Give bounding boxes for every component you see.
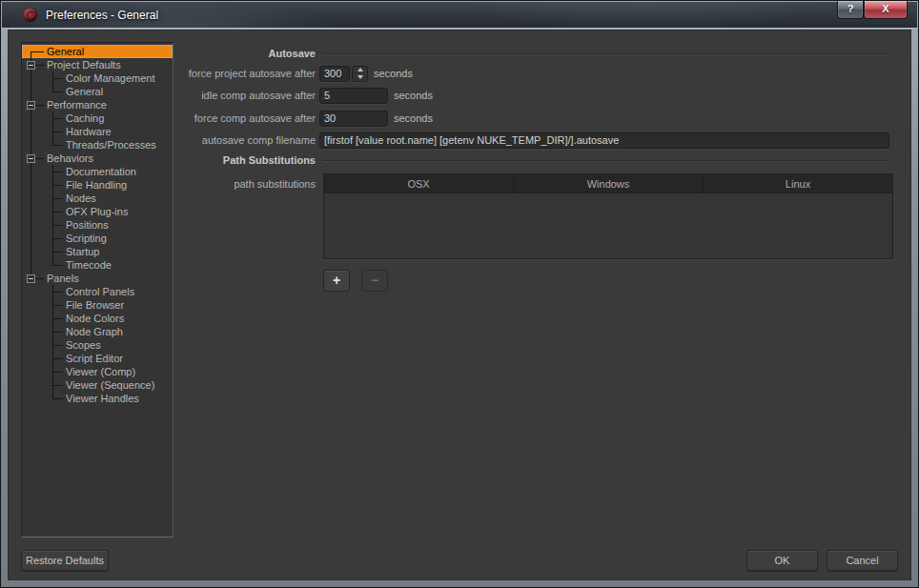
tree-item-label: Timecode [66,259,112,271]
path-substitutions-table[interactable]: OSX Windows Linux [323,173,893,259]
tree-item-label: Positions [66,219,109,231]
restore-defaults-button[interactable]: Restore Defaults [21,550,109,571]
tree-item-panels-script-editor[interactable]: Script Editor [22,352,173,365]
tree-item-label: Viewer (Sequence) [66,379,154,391]
collapse-expander-icon[interactable] [27,274,35,283]
path-substitutions-group-rule [323,160,889,161]
tree-branch-line [52,91,63,92]
tree-item-panels[interactable]: Panels [22,272,173,285]
tree-branch-line [52,398,63,399]
window-title: Preferences - General [46,9,158,22]
tree-branch-line [52,318,63,319]
force-project-autosave-row: force project autosave after seconds [9,65,413,82]
tree-item-behaviors-timecode[interactable]: Timecode [22,258,173,272]
preferences-window: Preferences - General ? X GeneralProject… [0,0,919,588]
autosave-filename-row: autosave comp filename [9,132,889,149]
add-substitution-button[interactable]: + [323,270,350,292]
tree-item-label: Nodes [66,193,96,204]
tree-item-panels-file-browser[interactable]: File Browser [22,298,173,312]
idle-comp-autosave-input[interactable] [319,88,388,104]
tree-branch-line [52,145,63,146]
tree-item-panels-control-panels[interactable]: Control Panels [22,285,173,298]
collapse-expander-icon[interactable] [27,154,35,163]
tree-item-label: Control Panels [66,286,134,297]
tree-branch-line [52,78,63,79]
tree-item-behaviors-scripting[interactable]: Scripting [22,232,173,245]
tree-item-label: Scripting [66,233,107,244]
spinner-down-icon[interactable] [353,73,367,81]
tree-item-panels-node-colors[interactable]: Node Colors [22,312,173,325]
tree-item-label: OFX Plug-ins [66,206,128,217]
collapse-expander-icon[interactable] [27,61,35,70]
column-header-osx[interactable]: OSX [324,174,514,193]
tree-branch-line [52,358,63,359]
path-substitutions-group-header: Path Substitutions [9,152,889,168]
tree-branch-line [52,212,63,213]
ok-button[interactable]: OK [746,550,818,571]
cancel-button[interactable]: Cancel [827,550,898,571]
nuke-app-icon [23,8,37,22]
tree-item-behaviors-nodes[interactable]: Nodes [22,192,173,205]
tree-item-label: Node Graph [66,326,123,337]
force-project-autosave-spinner[interactable] [352,66,368,82]
autosave-group-rule [323,53,889,54]
tree-branch-line [52,172,63,172]
force-comp-autosave-row: force comp autosave after seconds [9,110,433,127]
tree-item-label: Panels [47,273,79,284]
tree-item-label: File Browser [66,299,124,311]
spinner-up-icon[interactable] [353,67,367,74]
autosave-group-title: Autosave [9,48,319,59]
tree-item-panels-node-graph[interactable]: Node Graph [22,325,173,338]
force-project-autosave-suffix: seconds [374,68,413,79]
tree-branch-line [52,385,63,386]
path-substitutions-label: path substitutions [9,178,319,190]
tree-item-panels-viewer-sequence[interactable]: Viewer (Sequence) [22,378,173,392]
idle-comp-autosave-suffix: seconds [394,90,433,101]
tree-item-label: Scopes [66,339,101,351]
tree-branch-line [52,265,63,266]
remove-substitution-button[interactable]: − [361,270,388,292]
tree-branch-line [52,132,63,132]
tree-item-panels-viewer-comp[interactable]: Viewer (Comp) [22,365,173,378]
close-button[interactable]: X [864,1,908,19]
tree-item-label: Viewer (Comp) [66,366,135,377]
tree-branch-line [52,118,63,119]
tree-branch-line [52,332,63,333]
tree-branch-line [52,345,63,346]
help-button[interactable]: ? [837,1,864,19]
force-comp-autosave-input[interactable] [319,111,388,127]
tree-branch-line [52,292,63,293]
tree-item-panels-viewer-handles[interactable]: Viewer Handles [22,392,173,405]
tree-branch-line [31,51,44,52]
autosave-filename-input[interactable] [319,132,889,149]
force-project-autosave-input[interactable] [319,66,350,82]
column-header-linux[interactable]: Linux [704,174,892,193]
tree-item-label: Viewer Handles [66,393,139,404]
tree-branch-line [52,185,63,186]
tree-branch-line [52,305,63,306]
tree-item-panels-scopes[interactable]: Scopes [22,338,173,352]
tree-branch-line [52,198,63,199]
collapse-expander-icon[interactable] [27,101,35,110]
tree-item-behaviors-startup[interactable]: Startup [22,245,173,258]
path-substitutions-table-header: OSX Windows Linux [324,174,892,193]
titlebar[interactable]: Preferences - General [2,2,917,28]
autosave-group-header: Autosave [9,46,889,61]
tree-item-label: Script Editor [66,353,123,364]
tree-branch-line [52,252,63,253]
tree-item-label: Node Colors [66,313,124,324]
column-header-windows[interactable]: Windows [514,174,704,193]
path-substitutions-label-row: path substitutions [9,175,319,193]
tree-branch-line [52,238,63,239]
path-substitutions-group-title: Path Substitutions [9,154,319,166]
idle-comp-autosave-row: idle comp autosave after seconds [9,87,433,104]
tree-branch-line [52,372,63,373]
force-comp-autosave-suffix: seconds [394,112,433,124]
tree-item-label: Startup [66,246,99,257]
dialog-client-area: GeneralProject DefaultsColor ManagementG… [8,30,911,580]
tree-item-behaviors-ofx-plug-ins[interactable]: OFX Plug-ins [22,205,173,218]
tree-item-behaviors-positions[interactable]: Positions [22,218,173,232]
tree-branch-line [52,225,63,226]
